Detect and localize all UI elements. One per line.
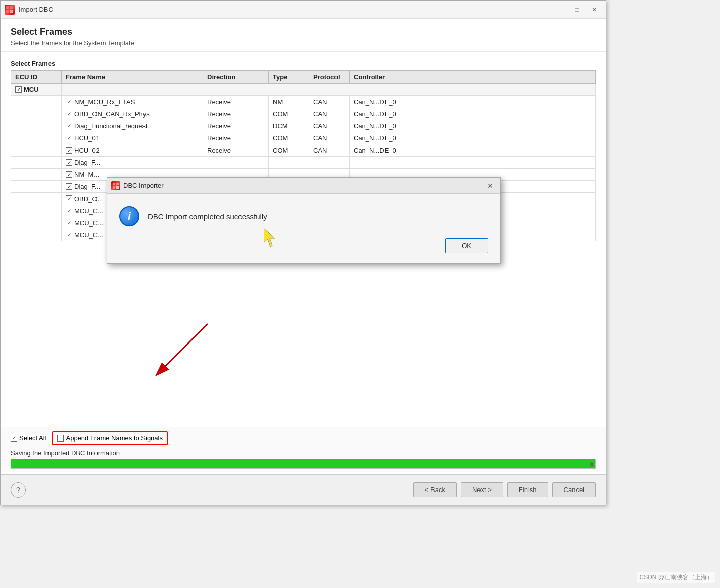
cell-controller: Can_N...DE_0 (350, 120, 596, 132)
dialog-title: DBC Importer (123, 182, 484, 189)
table-row: Diag_F... (11, 157, 596, 169)
cell-protocol: CAN (309, 120, 350, 132)
close-button[interactable]: ✕ (587, 4, 602, 15)
dialog-close-button[interactable]: ✕ (484, 181, 496, 191)
section-label: Select Frames (11, 60, 596, 67)
cell-controller: Can_N...DE_0 (350, 108, 596, 120)
table-row: MCU (11, 84, 596, 96)
col-frame-name: Frame Name (62, 71, 203, 84)
progress-bar-container: ▣ (11, 459, 596, 469)
cell-direction: Receive (203, 96, 269, 108)
window-title: Import DBC (19, 6, 552, 13)
col-controller: Controller (350, 71, 596, 84)
svg-rect-8 (113, 186, 115, 189)
page-title: Select Frames (11, 27, 596, 37)
row-checkbox[interactable] (66, 208, 72, 214)
cell-direction: Receive (203, 144, 269, 157)
cell-controller: Can_N...DE_0 (350, 144, 596, 157)
svg-marker-10 (264, 228, 275, 247)
row-checkbox[interactable] (15, 86, 22, 93)
row-checkbox[interactable] (66, 147, 72, 154)
cursor-indicator (264, 228, 279, 250)
cell-controller: Can_N...DE_0 (350, 96, 596, 108)
nav-bar: ? < Back Next > Finish Cancel (1, 474, 606, 505)
row-checkbox[interactable] (66, 135, 72, 141)
svg-rect-6 (113, 183, 115, 185)
progress-section: Saving the Imported DBC Information ▣ (1, 449, 606, 472)
select-all-checkbox[interactable] (11, 435, 17, 442)
cell-type: COM (269, 132, 309, 144)
append-frame-label: Append Frame Names to Signals (66, 434, 162, 442)
finish-button[interactable]: Finish (507, 482, 548, 497)
cell-direction: Receive (203, 108, 269, 120)
row-checkbox[interactable] (66, 220, 72, 226)
cell-protocol: CAN (309, 144, 350, 157)
select-all-label: Select All (19, 434, 46, 442)
dialog-message-row: i DBC Import completed successfully (119, 206, 267, 226)
row-checkbox[interactable] (66, 99, 72, 105)
append-frame-checkbox[interactable] (57, 435, 64, 442)
page-subtitle: Select the frames for the System Templat… (11, 39, 596, 47)
table-row: Diag_Functional_request Receive DCM CAN … (11, 120, 596, 132)
col-protocol: Protocol (309, 71, 350, 84)
window-controls: — □ ✕ (552, 4, 602, 15)
dialog-title-bar: DBC Importer ✕ (107, 178, 500, 194)
dialog-ok-button[interactable]: OK (445, 238, 488, 253)
col-ecu-id: ECU ID (11, 71, 62, 84)
select-all-section: Select All (11, 434, 46, 442)
dialog-body: i DBC Import completed successfully OK (107, 194, 500, 263)
cancel-button[interactable]: Cancel (552, 482, 596, 497)
title-bar: Import DBC — □ ✕ (1, 1, 606, 19)
progress-bar-icon: ▣ (590, 461, 594, 467)
back-button[interactable]: < Back (413, 482, 457, 497)
nav-buttons: < Back Next > Finish Cancel (413, 482, 596, 497)
cell-type: DCM (269, 120, 309, 132)
svg-rect-2 (6, 10, 9, 13)
cell-protocol: CAN (309, 132, 350, 144)
progress-label: Saving the Imported DBC Information (11, 449, 596, 457)
cell-type: NM (269, 96, 309, 108)
svg-rect-9 (116, 186, 119, 189)
progress-bar-fill (11, 459, 595, 468)
cell-direction: Receive (203, 120, 269, 132)
table-row: HCU_02 Receive COM CAN Can_N...DE_0 (11, 144, 596, 157)
dialog-icon (111, 181, 120, 190)
row-checkbox[interactable] (66, 159, 72, 166)
svg-rect-1 (10, 6, 13, 9)
tree-node-label: MCU (24, 86, 39, 93)
csdn-watermark: CSDN @江南侠客（上海） (637, 572, 715, 583)
table-row: HCU_01 Receive COM CAN Can_N...DE_0 (11, 132, 596, 144)
bottom-bar: Select All Append Frame Names to Signals (1, 427, 606, 449)
next-button[interactable]: Next > (461, 482, 503, 497)
svg-rect-7 (116, 183, 119, 185)
cell-type: COM (269, 144, 309, 157)
cell-type: COM (269, 108, 309, 120)
row-checkbox[interactable] (66, 123, 72, 129)
table-row: OBD_ON_CAN_Rx_Phys Receive COM CAN Can_N… (11, 108, 596, 120)
app-icon (5, 5, 15, 15)
row-checkbox[interactable] (66, 171, 72, 178)
page-heading: Select Frames Select the frames for the … (1, 19, 606, 52)
row-checkbox[interactable] (66, 195, 72, 202)
minimize-button[interactable]: — (552, 4, 567, 15)
help-button[interactable]: ? (11, 482, 26, 498)
cell-protocol: CAN (309, 96, 350, 108)
dbc-importer-dialog: DBC Importer ✕ i DBC Import completed su… (107, 177, 501, 264)
svg-rect-0 (6, 6, 9, 9)
append-frame-wrapper: Append Frame Names to Signals (52, 431, 167, 445)
maximize-button[interactable]: □ (569, 4, 585, 15)
col-direction: Direction (203, 71, 269, 84)
cell-protocol: CAN (309, 108, 350, 120)
col-type: Type (269, 71, 309, 84)
row-checkbox[interactable] (66, 232, 72, 238)
row-checkbox[interactable] (66, 183, 72, 190)
cell-direction: Receive (203, 132, 269, 144)
table-row: NM_MCU_Rx_ETAS Receive NM CAN Can_N...DE… (11, 96, 596, 108)
row-checkbox[interactable] (66, 111, 72, 117)
main-window: Import DBC — □ ✕ Select Frames Select th… (0, 0, 606, 505)
dialog-message: DBC Import completed successfully (148, 212, 267, 221)
info-icon: i (119, 206, 139, 226)
svg-rect-3 (10, 10, 13, 13)
cell-controller: Can_N...DE_0 (350, 132, 596, 144)
